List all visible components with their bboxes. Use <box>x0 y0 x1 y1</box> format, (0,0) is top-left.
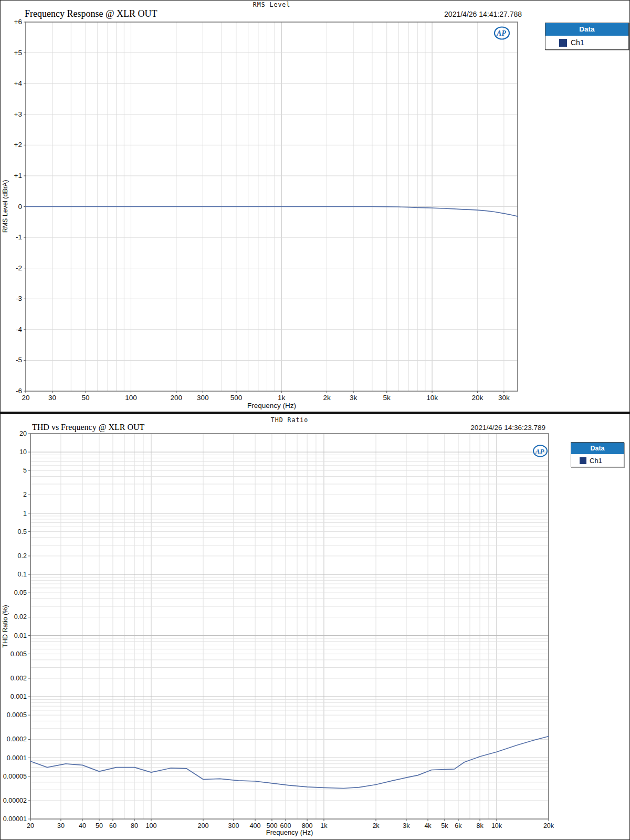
x-axis-label: Frequency (Hz) <box>30 828 549 836</box>
svg-text:30k: 30k <box>498 394 510 402</box>
thd-ratio-plot: THD Ratio (%) 20304050608010020030040050… <box>1 414 629 839</box>
svg-text:50: 50 <box>82 394 90 402</box>
chart-header-label: RMS Level <box>26 1 518 8</box>
svg-text:30: 30 <box>48 394 56 402</box>
svg-text:+4: +4 <box>14 79 23 87</box>
legend-header: Data <box>571 443 624 454</box>
svg-text:+6: +6 <box>14 18 22 26</box>
legend-swatch <box>580 457 586 464</box>
svg-text:2: 2 <box>23 491 27 498</box>
ap-logo-icon: AP <box>493 26 511 43</box>
legend-box: Data Ch1 <box>545 23 629 50</box>
svg-text:500: 500 <box>230 394 243 402</box>
svg-text:2k: 2k <box>323 394 331 402</box>
svg-text:300: 300 <box>197 394 209 402</box>
svg-text:100: 100 <box>125 394 137 402</box>
legend-item-label: Ch1 <box>571 38 584 47</box>
chart-timestamp: 2021/4/26 14:36:23.789 <box>470 424 545 432</box>
svg-text:10k: 10k <box>426 394 438 402</box>
legend-item-ch1[interactable]: Ch1 <box>545 36 628 49</box>
chart-timestamp: 2021/4/26 14:41:27.788 <box>444 10 522 18</box>
svg-text:0.001: 0.001 <box>10 693 27 700</box>
svg-text:-6: -6 <box>16 387 22 395</box>
legend-header: Data <box>545 23 628 36</box>
svg-text:0.0002: 0.0002 <box>7 736 27 743</box>
y-axis-label: RMS Level (dBrA) <box>2 180 9 233</box>
svg-text:+5: +5 <box>14 49 22 57</box>
svg-text:-1: -1 <box>16 233 22 241</box>
x-axis-label: Frequency (Hz) <box>26 402 518 410</box>
ap-logo-icon: AP <box>532 444 549 460</box>
svg-text:20: 20 <box>19 430 27 437</box>
svg-text:0.00002: 0.00002 <box>3 797 27 804</box>
svg-text:0.1: 0.1 <box>18 571 27 578</box>
svg-text:+1: +1 <box>14 172 22 180</box>
svg-text:200: 200 <box>171 394 183 402</box>
svg-text:AP: AP <box>496 29 506 37</box>
svg-text:0.5: 0.5 <box>18 528 27 536</box>
svg-text:0.005: 0.005 <box>10 650 27 658</box>
svg-text:+2: +2 <box>14 141 22 149</box>
svg-text:0.0001: 0.0001 <box>7 754 27 762</box>
chart-panel-thd-ratio: THD Ratio (%) 20304050608010020030040050… <box>0 414 630 840</box>
svg-text:-5: -5 <box>16 356 22 364</box>
svg-text:0.00001: 0.00001 <box>3 815 27 823</box>
svg-text:5: 5 <box>23 467 27 474</box>
svg-text:-4: -4 <box>16 326 22 333</box>
svg-text:20: 20 <box>22 394 29 402</box>
legend-swatch <box>559 39 567 47</box>
svg-text:10: 10 <box>19 448 27 456</box>
chart-title: THD vs Frequency @ XLR OUT <box>32 423 144 432</box>
svg-text:0.02: 0.02 <box>14 613 27 621</box>
svg-text:3k: 3k <box>350 394 358 402</box>
legend-item-label: Ch1 <box>590 457 602 465</box>
svg-text:1k: 1k <box>278 394 286 402</box>
svg-text:0.05: 0.05 <box>14 589 27 596</box>
y-axis-label: THD Ratio (%) <box>2 605 9 647</box>
svg-text:1: 1 <box>23 510 27 517</box>
svg-text:5k: 5k <box>383 394 391 402</box>
chart-panel-frequency-response: RMS Level (dBrA) 2030501002003005001k2k3… <box>0 0 630 412</box>
svg-text:+3: +3 <box>14 110 22 118</box>
svg-text:-2: -2 <box>16 264 22 272</box>
svg-text:-3: -3 <box>16 295 22 302</box>
legend-item-ch1[interactable]: Ch1 <box>571 454 624 467</box>
svg-text:0.0005: 0.0005 <box>7 711 27 719</box>
svg-text:0.00005: 0.00005 <box>3 773 27 780</box>
legend-box: Data Ch1 <box>571 442 624 467</box>
svg-text:0.2: 0.2 <box>18 552 27 560</box>
svg-text:0.002: 0.002 <box>10 675 27 682</box>
svg-text:AP: AP <box>535 447 545 455</box>
svg-text:20k: 20k <box>471 394 483 402</box>
frequency-response-plot: RMS Level (dBrA) 2030501002003005001k2k3… <box>1 1 629 412</box>
svg-text:0.01: 0.01 <box>14 632 27 639</box>
chart-title: Frequency Response @ XLR OUT <box>25 8 158 19</box>
svg-text:0: 0 <box>18 203 22 211</box>
